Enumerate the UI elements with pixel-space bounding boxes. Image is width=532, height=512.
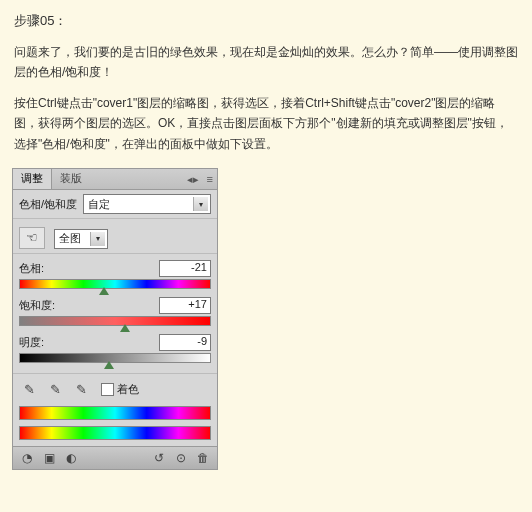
panel-tabs: 调整 装版 ◂▸ ≡ — [13, 169, 217, 190]
range-value: 全图 — [59, 231, 81, 246]
tab-decor[interactable]: 装版 — [52, 169, 90, 189]
clip-icon[interactable]: ▣ — [39, 449, 59, 467]
prev-icon[interactable]: ⊙ — [171, 449, 191, 467]
preset-row: 色相/饱和度 自定 ▾ — [13, 190, 217, 219]
hue-saturation-panel: 调整 装版 ◂▸ ≡ 色相/饱和度 自定 ▾ ☜ 全图 ▾ 色相: -21 — [12, 168, 218, 470]
sat-row: 饱和度: +17 — [19, 297, 211, 326]
reset-icon[interactable]: ↺ — [149, 449, 169, 467]
hue-label: 色相: — [19, 261, 44, 276]
eyedropper-icon[interactable]: ✎ — [19, 380, 39, 398]
hue-strip-top — [19, 406, 211, 420]
step-title: 步骤05： — [14, 10, 518, 32]
hue-strip-bottom — [19, 426, 211, 440]
sliders-area: 色相: -21 饱和度: +17 明度: -9 — [13, 254, 217, 373]
light-thumb[interactable] — [104, 361, 114, 369]
sat-label: 饱和度: — [19, 298, 55, 313]
hand-tool-icon[interactable]: ☜ — [19, 227, 45, 249]
hue-row: 色相: -21 — [19, 260, 211, 289]
light-input[interactable]: -9 — [159, 334, 211, 351]
panel-collapse-icon[interactable]: ◂▸ — [183, 173, 203, 186]
range-select[interactable]: 全图 ▾ — [54, 229, 108, 249]
light-row: 明度: -9 — [19, 334, 211, 363]
hue-slider[interactable] — [19, 279, 211, 289]
light-label: 明度: — [19, 335, 44, 350]
trash-icon[interactable]: 🗑 — [193, 449, 213, 467]
sat-slider[interactable] — [19, 316, 211, 326]
sat-thumb[interactable] — [120, 324, 130, 332]
link-icon[interactable]: ◔ — [17, 449, 37, 467]
visibility-icon[interactable]: ◐ — [61, 449, 81, 467]
light-slider[interactable] — [19, 353, 211, 363]
checkbox-box — [101, 383, 114, 396]
sat-input[interactable]: +17 — [159, 297, 211, 314]
eyedropper-row: ✎ ✎ ✎ 着色 — [13, 373, 217, 402]
chevron-down-icon: ▾ — [193, 197, 208, 211]
eyedropper-sub-icon[interactable]: ✎ — [71, 380, 91, 398]
colorize-label: 着色 — [117, 382, 139, 397]
chevron-down-icon: ▾ — [90, 232, 105, 246]
preset-select[interactable]: 自定 ▾ — [83, 194, 211, 214]
eyedropper-add-icon[interactable]: ✎ — [45, 380, 65, 398]
hue-input[interactable]: -21 — [159, 260, 211, 277]
preset-value: 自定 — [88, 197, 110, 212]
panel-menu-icon[interactable]: ≡ — [203, 173, 217, 185]
range-row: ☜ 全图 ▾ — [13, 219, 217, 254]
hue-thumb[interactable] — [99, 287, 109, 295]
tab-adjust[interactable]: 调整 — [13, 169, 52, 189]
preset-label: 色相/饱和度 — [19, 197, 77, 212]
paragraph-2: 按住Ctrl键点击"cover1"图层的缩略图，获得选区，接着Ctrl+Shif… — [14, 93, 518, 154]
paragraph-1: 问题来了，我们要的是古旧的绿色效果，现在却是金灿灿的效果。怎么办？简单——使用调… — [14, 42, 518, 83]
panel-footer: ◔ ▣ ◐ ↺ ⊙ 🗑 — [13, 446, 217, 469]
colorize-checkbox[interactable]: 着色 — [101, 382, 139, 397]
